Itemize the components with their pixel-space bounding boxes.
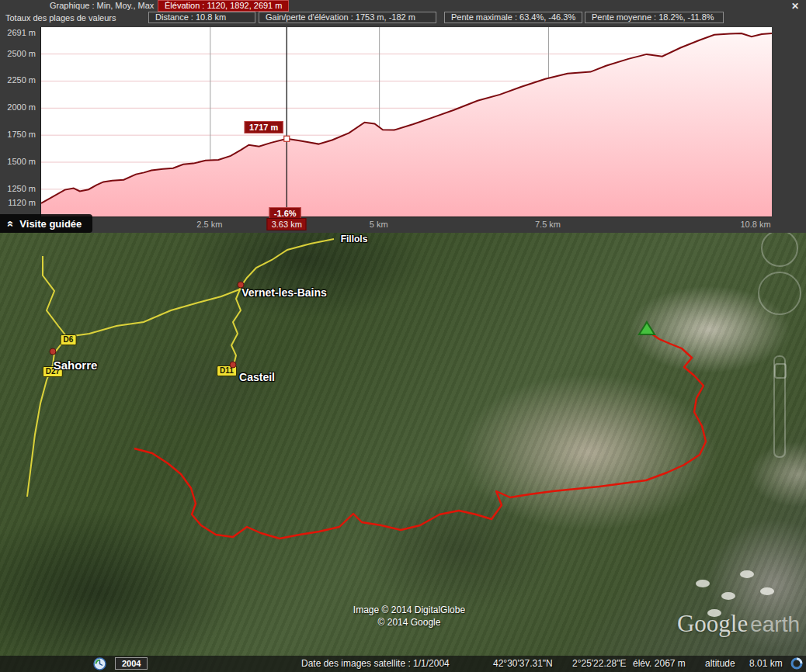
snow-patch <box>696 580 710 587</box>
y-tick-7: 1120 m <box>0 198 36 207</box>
historical-imagery-clock-icon[interactable] <box>93 657 106 670</box>
place-label-sahorre[interactable]: Sahorre <box>54 359 98 372</box>
zoom-slider[interactable] <box>773 355 786 458</box>
place-label-vernet-les-bains[interactable]: Vernet-les-Bains <box>241 286 327 299</box>
cursor-distance-badge: 3.63 km <box>267 218 307 230</box>
place-label-fillols[interactable]: Fillols <box>341 234 368 244</box>
y-tick-2: 2250 m <box>0 75 36 85</box>
altitude-label: altitude <box>705 658 735 669</box>
elevation-readout: élév. 2067 m <box>633 658 686 669</box>
chevron-up-icon: « <box>5 220 18 227</box>
status-bar: 2004 Date des images satellite : 1/1/200… <box>0 656 806 672</box>
close-icon[interactable]: ✕ <box>789 1 801 12</box>
place-dot-sahorre[interactable] <box>50 348 57 355</box>
totals-label: Totaux des plages de valeurs <box>5 13 116 23</box>
elevation-profile-panel: Graphique : Min, Moy., Max Élévation : 1… <box>0 0 806 233</box>
x-tick-3: 10.8 km <box>740 220 770 229</box>
road-line-2 <box>241 239 334 286</box>
streaming-indicator-icon <box>790 657 803 670</box>
google-earth-logo: Googleearth <box>677 610 800 638</box>
snow-patch <box>760 587 774 595</box>
credit-line-1: Image © 2014 DigitalGlobe <box>335 604 483 616</box>
latitude-readout: 42°30'37.31"N <box>493 658 553 669</box>
x-tick-0: 2.5 km <box>196 220 222 229</box>
y-tick-1: 2500 m <box>0 49 36 58</box>
y-tick-5: 1500 m <box>0 157 36 166</box>
longitude-readout: 2°25'22.28"E <box>572 658 626 669</box>
elevation-chart[interactable] <box>40 27 772 217</box>
place-label-casteil[interactable]: Casteil <box>239 371 275 383</box>
guided-tour-button[interactable]: « Visite guidée <box>0 214 92 233</box>
stat-box-0: Distance : 10.8 km <box>148 12 255 23</box>
elevation-chart-svg <box>41 27 772 216</box>
graph-stats-label: Graphique : Min, Moy., Max <box>50 1 154 10</box>
x-tick-1: 5 km <box>370 220 388 229</box>
elevation-area-fill <box>41 33 772 216</box>
imagery-date-text: Date des images satellite : 1/1/2004 <box>301 658 450 669</box>
chart-header-row1: Graphique : Min, Moy., Max Élévation : 1… <box>0 0 806 12</box>
guided-tour-label: Visite guidée <box>19 218 82 230</box>
y-tick-4: 1750 m <box>0 130 36 139</box>
elevation-summary-badge: Élévation : 1120, 1892, 2691 m <box>158 0 289 12</box>
summit-marker-icon[interactable] <box>638 320 656 336</box>
credit-line-2: © 2014 Google <box>335 616 483 629</box>
google-earth-window: Graphique : Min, Moy., Max Élévation : 1… <box>0 0 806 672</box>
zoom-slider-knob[interactable] <box>774 363 787 379</box>
imagery-year-badge[interactable]: 2004 <box>115 657 148 670</box>
google-logo-text: Google <box>677 610 748 637</box>
earth-logo-text: earth <box>750 612 800 636</box>
stat-box-1: Gain/perte d'élévation : 1753 m, -182 m <box>259 12 436 23</box>
elevation-tooltip: 1717 m <box>245 121 283 133</box>
imagery-credits: Image © 2014 DigitalGlobe © 2014 Google <box>335 604 483 629</box>
road-line-1 <box>67 289 241 337</box>
map-view[interactable]: FillolsVernet-les-BainsSahorreCasteil D6… <box>0 233 806 672</box>
road-shield-d6: D6 <box>61 334 77 345</box>
stat-box-3: Pente moyenne : 18.2%, -11.8% <box>585 12 724 23</box>
move-joystick[interactable] <box>758 272 801 315</box>
x-tick-2: 7.5 km <box>535 220 561 229</box>
place-dot-casteil[interactable] <box>230 362 237 369</box>
chart-header-row2: Totaux des plages de valeurs Distance : … <box>0 12 806 23</box>
gps-track[interactable] <box>134 332 706 539</box>
y-tick-0: 2691 m <box>0 28 36 37</box>
y-tick-6: 1250 m <box>0 184 36 193</box>
cursor-marker <box>284 136 290 141</box>
snow-patch <box>721 592 735 600</box>
y-tick-3: 2000 m <box>0 102 36 112</box>
snow-patch <box>740 570 754 578</box>
stat-box-2: Pente maximale : 63.4%, -46.3% <box>444 12 582 23</box>
altitude-value: 8.01 km <box>749 658 783 669</box>
